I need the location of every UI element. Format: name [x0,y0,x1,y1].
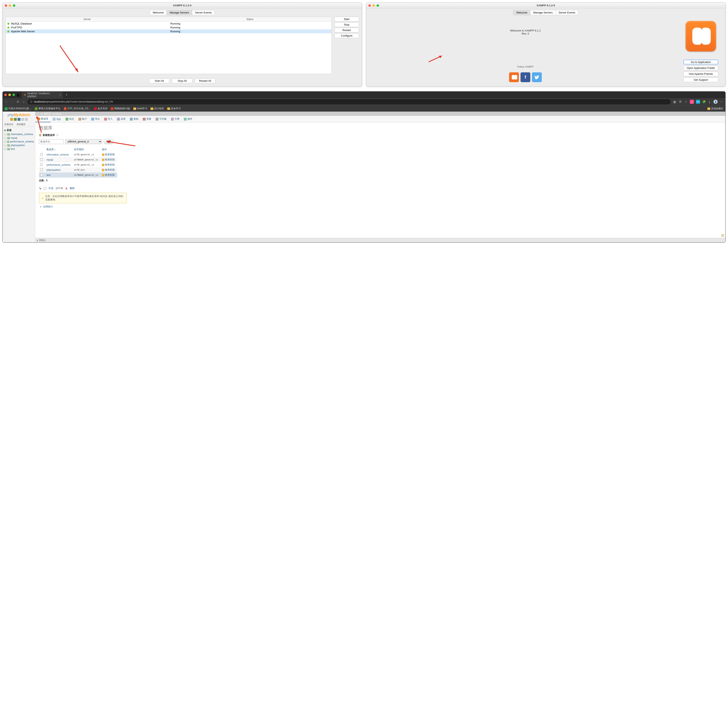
col-collation[interactable]: 排序规则 [73,147,101,152]
console-toggle-icon[interactable]: ▸ [37,239,38,242]
expand-icon[interactable]: + [4,133,6,135]
tab-import[interactable]: 导入 [102,116,115,122]
traffic-lights[interactable] [369,4,379,7]
tree-db-item[interactable]: + performance_schema [3,140,34,144]
bookmark-item[interactable]: 设计相关 [150,107,164,110]
expand-icon[interactable]: + [4,144,6,147]
twitter-icon[interactable] [532,72,542,82]
traffic-lights[interactable] [5,4,15,7]
table-row[interactable]: information_schema utf8_general_ci 检查权限 [39,152,117,157]
db-link[interactable]: phpmyadmin [47,169,61,172]
tab-engines[interactable]: 引擎 [169,116,182,122]
visit-friends-button[interactable]: Visit Apache Friends [684,72,718,76]
address-bar[interactable]: ⓘ localhost/phpmyadmin/index.php?route=/… [28,99,671,104]
bookmark-item[interactable]: Swift学习 [133,107,147,110]
facebook-icon[interactable]: f [520,72,530,82]
bookmark-item[interactable]: 其余学习 [167,107,181,110]
tab-replication[interactable]: 复制 [128,116,141,122]
bookmark-item[interactable]: CZYP_AUV火焰_CS… [64,107,91,110]
tree-new-db[interactable]: ⊕ 新建 [3,128,34,132]
expand-icon[interactable]: + [4,140,6,143]
logout-icon[interactable] [14,118,17,121]
col-database[interactable]: 数据库 ▴ [45,147,73,152]
help-icon[interactable]: ⓘ [56,133,59,137]
traffic-lights[interactable] [4,94,15,96]
open-folder-button[interactable]: Open Application Folder [684,66,718,70]
tab-manage-servers[interactable]: Manage Servers [167,10,192,15]
create-button[interactable]: 创建 [104,139,114,144]
tab-sql[interactable]: SQL [50,116,64,122]
tab-plugins[interactable]: 插件 [182,116,194,122]
enable-stats-link[interactable]: 启用统计 [43,205,722,208]
resize-icon[interactable] [721,234,724,237]
server-row[interactable]: Apache Web Server Running [6,29,332,33]
start-button[interactable]: Start [335,17,359,21]
ext1-icon[interactable]: ◔ [690,100,694,104]
reload-icon[interactable] [25,118,28,121]
check-privileges-link[interactable]: 检查权限 [105,158,115,161]
tab-status[interactable]: 状态 [64,116,76,122]
tree-db-item[interactable]: + test [3,147,34,151]
server-row[interactable]: ProFTPD Running [6,26,332,29]
tab-close-icon[interactable]: × [59,94,61,96]
close-icon[interactable] [4,94,7,96]
recent-tab[interactable]: 近期访问 [3,122,15,127]
check-privileges-link[interactable]: 检查权限 [105,153,115,156]
db-link[interactable]: information_schema [47,153,69,156]
menu-icon[interactable]: ⋯ [720,100,723,103]
maximize-icon[interactable] [12,94,15,96]
db-link[interactable]: test [47,174,50,176]
browser-tab[interactable]: ⚙ localhost / localhost | phpMyA × [22,91,63,99]
bookmark-item[interactable]: 血月无华 [94,107,107,110]
minimize-icon[interactable] [9,4,11,7]
tree-db-item[interactable]: + information_schema [3,132,34,136]
avatar-icon[interactable]: 👤 [714,100,717,104]
table-row[interactable]: performance_schema utf8_general_ci 检查权限 [39,162,117,167]
tab-manage-servers[interactable]: Manage Servers [530,10,556,15]
tab-welcome[interactable]: Welcome [513,10,530,15]
check-privileges-link[interactable]: 检查权限 [105,169,115,171]
home-icon[interactable]: ⌂ [22,100,26,103]
translate-icon[interactable]: 🖹 [678,100,682,103]
expand-icon[interactable]: + [4,148,6,150]
bookmark-item[interactable]: 中国大学MOOC(慕… [5,107,31,110]
close-icon[interactable] [5,4,7,7]
row-checkbox[interactable] [40,173,43,176]
row-checkbox[interactable] [40,158,43,161]
minimize-icon[interactable] [8,94,11,96]
tab-databases[interactable]: 数据库 [35,116,50,122]
new-tab-button[interactable]: + [64,93,69,97]
xampp-social-icon[interactable] [509,72,519,82]
check-privileges-link[interactable]: 检查权限 [105,173,115,176]
table-row[interactable]: phpmyadmin utf8_bin 检查权限 [39,167,117,172]
server-row[interactable]: MySQL Database Running [6,21,332,26]
check-privileges-link[interactable]: 检查权限 [105,163,115,166]
nav-toggle-icon[interactable]: ← [37,113,39,115]
favorites-tab[interactable]: 表收藏夹 [15,122,27,127]
configure-button[interactable]: Configure [335,33,359,38]
tab-accounts[interactable]: 账户 [76,116,89,122]
back-icon[interactable]: ← [5,100,8,103]
other-bookmarks[interactable]: 其他收藏夹 [707,107,723,110]
puzzle-icon[interactable]: 🧩 [702,100,706,103]
tab-welcome[interactable]: Welcome [150,10,167,15]
table-row[interactable]: mysql utf8mb4_general_ci 检查权限 [39,157,117,162]
tab-charsets[interactable]: 字符集 [154,116,169,122]
sidebar-toggle-icon[interactable]: ◧ [17,93,20,97]
stop-button[interactable]: Stop [335,22,359,27]
docs-icon[interactable] [18,118,20,121]
row-checkbox[interactable] [40,163,43,166]
minimize-icon[interactable] [372,4,375,7]
pma-console-footer[interactable]: ▸ 控制台 [35,238,725,242]
star-icon[interactable]: ☆ [684,100,688,103]
forward-icon[interactable]: → [11,100,14,103]
delete-link[interactable]: 删除 [70,187,75,190]
db-name-input[interactable] [39,139,64,144]
check-all-checkbox[interactable] [44,187,46,190]
qr-icon[interactable]: ▦ [673,100,676,103]
collation-select[interactable]: utf8mb4_general_ci [65,139,102,144]
table-row[interactable]: test utf8mb4_general_ci 检查权限 [39,172,117,178]
tree-db-item[interactable]: + phpmyadmin [3,144,34,147]
tab-server-events[interactable]: Server Events [556,10,578,15]
maximize-icon[interactable] [13,4,15,7]
